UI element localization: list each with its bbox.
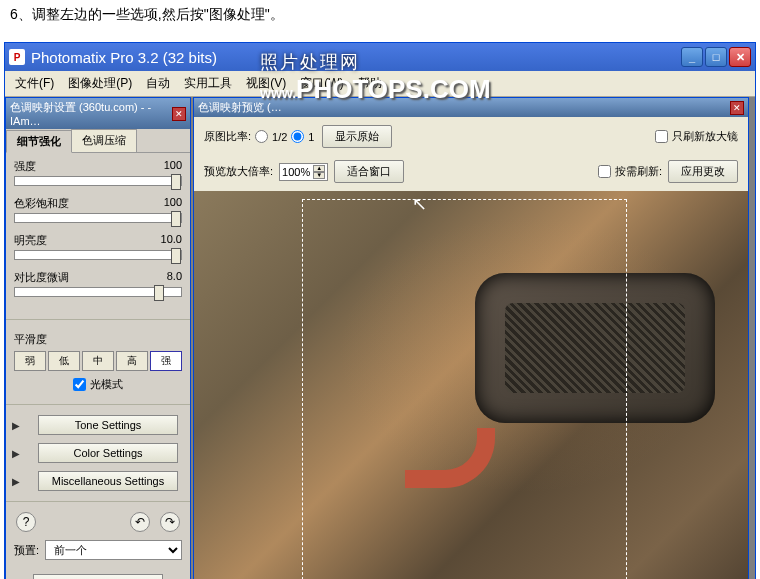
- preview-close-icon[interactable]: ✕: [730, 101, 744, 115]
- smooth-opt-高[interactable]: 高: [116, 351, 148, 371]
- divider: [6, 404, 190, 405]
- ratio-half-label: 1/2: [272, 131, 287, 143]
- expand-button[interactable]: Miscellaneous Settings: [38, 471, 178, 491]
- preset-label: 预置:: [14, 543, 39, 558]
- tonemap-settings-panel: 色调映射设置 (360tu.com) - -IAm… ✕ 细节强化 色调压缩 强…: [5, 97, 191, 579]
- apply-button[interactable]: 应用更改: [668, 160, 738, 183]
- slider-thumb[interactable]: [171, 211, 181, 227]
- slider-track[interactable]: [14, 250, 182, 260]
- settings-title-text: 色调映射设置 (360tu.com) - -IAm…: [10, 100, 172, 127]
- menu-help[interactable]: 帮助: [352, 73, 388, 94]
- smooth-opt-中[interactable]: 中: [82, 351, 114, 371]
- zoom-label: 预览放大倍率:: [204, 164, 273, 179]
- slider-track[interactable]: [14, 213, 182, 223]
- close-button[interactable]: ✕: [729, 47, 751, 67]
- slider-label: 强度: [14, 159, 36, 174]
- menu-auto[interactable]: 自动: [140, 73, 176, 94]
- divider: [6, 319, 190, 320]
- fit-window-button[interactable]: 适合窗口: [334, 160, 404, 183]
- expand-arrow-icon[interactable]: ▶: [12, 420, 20, 431]
- preview-title-text: 色调映射预览 (…: [198, 100, 730, 115]
- smoothing-label: 平滑度: [14, 332, 182, 347]
- instruction-text: 6、调整左边的一些选项,然后按"图像处理"。: [0, 0, 760, 30]
- preview-image-area[interactable]: ↖: [194, 191, 748, 579]
- slider-value: 8.0: [167, 270, 182, 285]
- slider-value: 100: [164, 196, 182, 211]
- slider-value: 10.0: [161, 233, 182, 248]
- tab-tone-compress[interactable]: 色调压缩: [71, 129, 137, 152]
- titlebar[interactable]: P Photomatix Pro 3.2 (32 bits) _ □ ✕: [5, 43, 755, 71]
- settings-tabs: 细节强化 色调压缩: [6, 129, 190, 153]
- menubar: 文件(F) 图像处理(P) 自动 实用工具 视图(V) 窗口(W) 帮助: [5, 71, 755, 97]
- tonemap-preview-panel: 色调映射预览 (… ✕ 原图比率: 1/2 1 显示原始 只刷新放大镜: [193, 97, 749, 579]
- menu-view[interactable]: 视图(V): [240, 73, 292, 94]
- minimize-button[interactable]: _: [681, 47, 703, 67]
- preview-titlebar[interactable]: 色调映射预览 (… ✕: [194, 98, 748, 117]
- smooth-opt-强[interactable]: 强: [150, 351, 182, 371]
- magnifier-checkbox[interactable]: [655, 130, 668, 143]
- refresh-checkbox[interactable]: [598, 165, 611, 178]
- ratio-half-radio[interactable]: [255, 130, 268, 143]
- slider-1: 色彩饱和度100: [14, 196, 182, 223]
- magnifier-label: 只刷新放大镜: [672, 129, 738, 144]
- slider-2: 明亮度10.0: [14, 233, 182, 260]
- slider-label: 对比度微调: [14, 270, 69, 285]
- slider-3: 对比度微调8.0: [14, 270, 182, 297]
- ratio-one-radio[interactable]: [291, 130, 304, 143]
- light-mode-label: 光模式: [90, 377, 123, 392]
- menu-tools[interactable]: 实用工具: [178, 73, 238, 94]
- selection-rectangle[interactable]: [302, 199, 627, 579]
- refresh-label: 按需刷新:: [615, 164, 662, 179]
- spin-down-icon[interactable]: ▼: [313, 172, 325, 179]
- light-mode-checkbox[interactable]: [73, 378, 86, 391]
- preset-select[interactable]: 前一个: [45, 540, 182, 560]
- menu-process[interactable]: 图像处理(P): [62, 73, 138, 94]
- spin-up-icon[interactable]: ▲: [313, 165, 325, 172]
- slider-track[interactable]: [14, 176, 182, 186]
- ratio-one-label: 1: [308, 131, 314, 143]
- settings-titlebar[interactable]: 色调映射设置 (360tu.com) - -IAm… ✕: [6, 98, 190, 129]
- ratio-label: 原图比率:: [204, 129, 251, 144]
- zoom-value: 100%: [282, 166, 310, 178]
- process-button[interactable]: 图像处理(&P): [33, 574, 163, 579]
- slider-track[interactable]: [14, 287, 182, 297]
- settings-close-icon[interactable]: ✕: [172, 107, 186, 121]
- window-title: Photomatix Pro 3.2 (32 bits): [31, 49, 681, 66]
- tab-detail-enhance[interactable]: 细节强化: [6, 130, 72, 153]
- app-icon: P: [9, 49, 25, 65]
- expand-button[interactable]: Color Settings: [38, 443, 178, 463]
- smooth-opt-弱[interactable]: 弱: [14, 351, 46, 371]
- slider-label: 色彩饱和度: [14, 196, 69, 211]
- smoothing-buttons: 弱低中高强: [14, 351, 182, 371]
- slider-thumb[interactable]: [154, 285, 164, 301]
- maximize-button[interactable]: □: [705, 47, 727, 67]
- slider-thumb[interactable]: [171, 174, 181, 190]
- expand-button[interactable]: Tone Settings: [38, 415, 178, 435]
- undo-button[interactable]: ↶: [130, 512, 150, 532]
- expand-arrow-icon[interactable]: ▶: [12, 476, 20, 487]
- divider: [6, 501, 190, 502]
- help-button[interactable]: ?: [16, 512, 36, 532]
- preview-toolbar: 原图比率: 1/2 1 显示原始 只刷新放大镜: [194, 117, 748, 156]
- workspace: 色调映射设置 (360tu.com) - -IAm… ✕ 细节强化 色调压缩 强…: [5, 97, 755, 579]
- menu-window[interactable]: 窗口(W): [294, 73, 349, 94]
- slider-value: 100: [164, 159, 182, 174]
- redo-button[interactable]: ↷: [160, 512, 180, 532]
- slider-thumb[interactable]: [171, 248, 181, 264]
- zoom-spinner[interactable]: 100% ▲▼: [279, 163, 328, 181]
- slider-0: 强度100: [14, 159, 182, 186]
- slider-controls: 强度100 色彩饱和度100 明亮度10.0 对比度微调8.0: [6, 153, 190, 313]
- show-original-button[interactable]: 显示原始: [322, 125, 392, 148]
- menu-file[interactable]: 文件(F): [9, 73, 60, 94]
- main-window: P Photomatix Pro 3.2 (32 bits) _ □ ✕ 文件(…: [4, 42, 756, 579]
- expand-arrow-icon[interactable]: ▶: [12, 448, 20, 459]
- smooth-opt-低[interactable]: 低: [48, 351, 80, 371]
- slider-label: 明亮度: [14, 233, 47, 248]
